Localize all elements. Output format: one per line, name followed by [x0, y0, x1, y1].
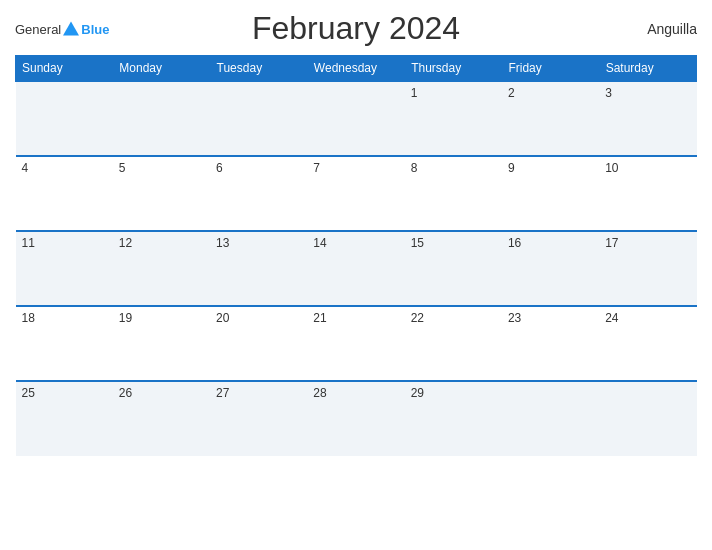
week-row-4: 18 19 20 21 22 23 24: [16, 306, 697, 381]
day-cell: [113, 81, 210, 156]
day-cell: 4: [16, 156, 113, 231]
header-saturday: Saturday: [599, 56, 696, 82]
week-row-5: 25 26 27 28 29: [16, 381, 697, 456]
day-cell: [16, 81, 113, 156]
logo-blue: Blue: [81, 21, 109, 36]
day-cell: 15: [405, 231, 502, 306]
calendar-thead: Sunday Monday Tuesday Wednesday Thursday…: [16, 56, 697, 82]
header-tuesday: Tuesday: [210, 56, 307, 82]
day-cell: 22: [405, 306, 502, 381]
country-label: Anguilla: [647, 21, 697, 37]
day-cell: 5: [113, 156, 210, 231]
day-cell: 23: [502, 306, 599, 381]
day-cell: 8: [405, 156, 502, 231]
day-cell: 18: [16, 306, 113, 381]
day-cell: 12: [113, 231, 210, 306]
logo-general: General: [15, 21, 61, 36]
header-thursday: Thursday: [405, 56, 502, 82]
day-cell: 13: [210, 231, 307, 306]
header-friday: Friday: [502, 56, 599, 82]
day-cell: 21: [307, 306, 404, 381]
day-cell: 6: [210, 156, 307, 231]
day-cell: 17: [599, 231, 696, 306]
calendar-table: Sunday Monday Tuesday Wednesday Thursday…: [15, 55, 697, 456]
calendar-container: General Blue February 2024 Anguilla Sund…: [0, 0, 712, 550]
day-cell: 3: [599, 81, 696, 156]
day-cell: 29: [405, 381, 502, 456]
day-cell: 1: [405, 81, 502, 156]
logo-triangle-icon: [63, 22, 79, 36]
day-cell: [599, 381, 696, 456]
day-cell: 11: [16, 231, 113, 306]
weekday-header-row: Sunday Monday Tuesday Wednesday Thursday…: [16, 56, 697, 82]
day-cell: 9: [502, 156, 599, 231]
calendar-title: February 2024: [252, 10, 460, 47]
day-cell: 28: [307, 381, 404, 456]
day-cell: 16: [502, 231, 599, 306]
day-cell: 26: [113, 381, 210, 456]
week-row-3: 11 12 13 14 15 16 17: [16, 231, 697, 306]
day-cell: 27: [210, 381, 307, 456]
day-cell: 24: [599, 306, 696, 381]
day-cell: 19: [113, 306, 210, 381]
day-cell: 20: [210, 306, 307, 381]
week-row-1: 1 2 3: [16, 81, 697, 156]
day-cell: [502, 381, 599, 456]
calendar-header: General Blue February 2024 Anguilla: [15, 10, 697, 47]
day-cell: [210, 81, 307, 156]
day-cell: 25: [16, 381, 113, 456]
calendar-tbody: 1 2 3 4 5 6 7 8 9 10 11 12 13 14 15 16 1…: [16, 81, 697, 456]
day-cell: [307, 81, 404, 156]
header-sunday: Sunday: [16, 56, 113, 82]
logo: General Blue: [15, 21, 109, 36]
week-row-2: 4 5 6 7 8 9 10: [16, 156, 697, 231]
day-cell: 7: [307, 156, 404, 231]
day-cell: 10: [599, 156, 696, 231]
day-cell: 14: [307, 231, 404, 306]
header-wednesday: Wednesday: [307, 56, 404, 82]
day-cell: 2: [502, 81, 599, 156]
header-monday: Monday: [113, 56, 210, 82]
